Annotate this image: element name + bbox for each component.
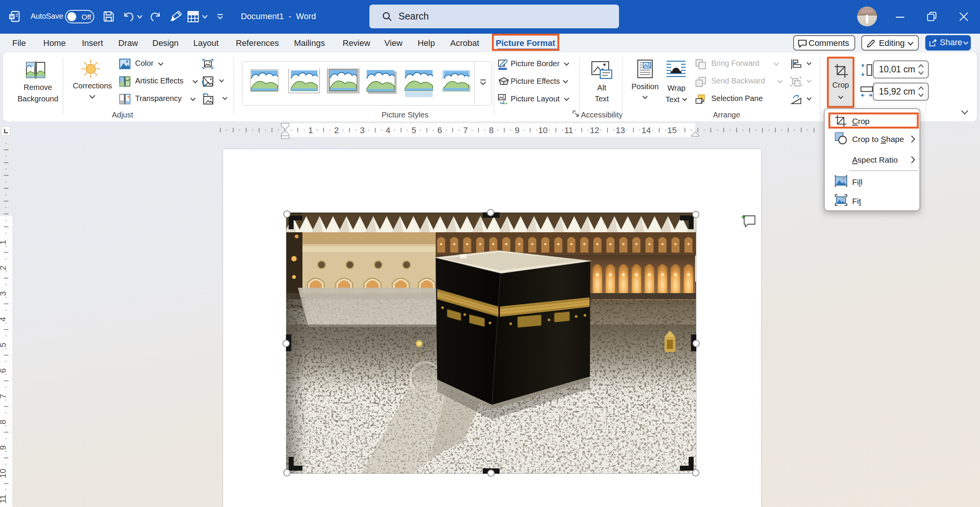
svg-text:9: 9 xyxy=(0,445,8,450)
svg-text:7: 7 xyxy=(0,394,8,399)
svg-text:7: 7 xyxy=(463,126,468,135)
svg-text:12: 12 xyxy=(590,126,599,135)
svg-text:6: 6 xyxy=(437,126,442,135)
svg-text:5: 5 xyxy=(412,126,416,135)
svg-text:4: 4 xyxy=(0,317,8,321)
svg-text:8: 8 xyxy=(0,420,8,424)
svg-text:1: 1 xyxy=(0,240,8,245)
svg-text:15: 15 xyxy=(667,126,676,135)
svg-text:2: 2 xyxy=(0,266,8,270)
svg-text:6: 6 xyxy=(0,368,8,373)
svg-text:2: 2 xyxy=(334,126,339,135)
svg-text:10: 10 xyxy=(538,126,547,135)
svg-text:5: 5 xyxy=(0,342,8,347)
svg-text:11: 11 xyxy=(564,126,573,135)
svg-text:8: 8 xyxy=(489,126,493,135)
svg-text:4: 4 xyxy=(386,126,390,135)
svg-text:11: 11 xyxy=(0,495,8,504)
svg-text:W: W xyxy=(10,15,14,19)
svg-text:13: 13 xyxy=(616,126,625,135)
svg-text:10: 10 xyxy=(0,469,8,478)
svg-text:3: 3 xyxy=(360,126,364,135)
svg-text:1: 1 xyxy=(308,126,313,135)
svg-text:14: 14 xyxy=(642,126,651,135)
svg-text:9: 9 xyxy=(515,126,519,135)
svg-text:3: 3 xyxy=(0,291,8,296)
